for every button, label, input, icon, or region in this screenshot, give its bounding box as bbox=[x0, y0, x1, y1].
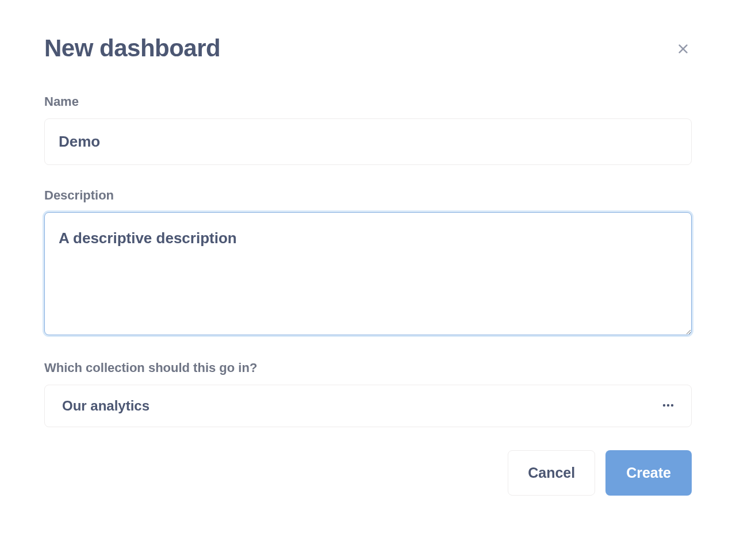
description-label: Description bbox=[44, 188, 692, 203]
name-input[interactable] bbox=[44, 118, 692, 165]
svg-point-4 bbox=[671, 404, 673, 406]
modal-footer: Cancel Create bbox=[44, 450, 692, 496]
name-field-group: Name bbox=[44, 94, 692, 165]
cancel-button[interactable]: Cancel bbox=[508, 450, 595, 496]
description-textarea[interactable] bbox=[44, 212, 692, 335]
collection-select[interactable]: Our analytics bbox=[44, 385, 692, 427]
close-button[interactable] bbox=[672, 38, 694, 62]
modal-title: New dashboard bbox=[44, 34, 220, 62]
svg-point-3 bbox=[667, 404, 669, 406]
collection-value: Our analytics bbox=[62, 398, 150, 414]
ellipsis-icon bbox=[661, 398, 675, 414]
name-label: Name bbox=[44, 94, 692, 109]
collection-options-button[interactable] bbox=[661, 398, 675, 414]
svg-point-2 bbox=[663, 404, 665, 406]
close-icon bbox=[677, 43, 689, 57]
new-dashboard-modal: New dashboard Name Description Which col… bbox=[9, 0, 727, 530]
description-field-group: Description bbox=[44, 188, 692, 337]
collection-label: Which collection should this go in? bbox=[44, 360, 692, 375]
create-button[interactable]: Create bbox=[605, 450, 692, 496]
collection-field-group: Which collection should this go in? Our … bbox=[44, 360, 692, 427]
modal-header: New dashboard bbox=[44, 34, 692, 62]
